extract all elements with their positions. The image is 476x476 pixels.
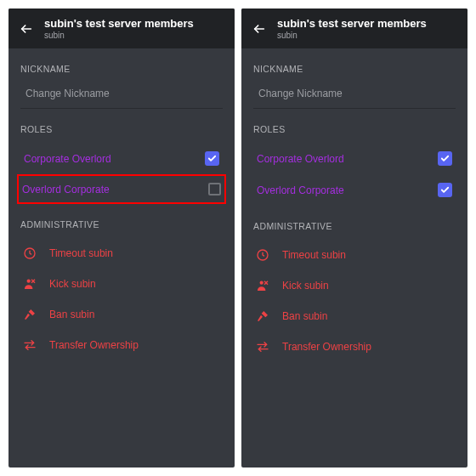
- section-nickname: NICKNAME: [253, 64, 456, 74]
- admin-ban[interactable]: Ban subin: [253, 301, 456, 332]
- admin-label: Kick subin: [282, 280, 329, 292]
- back-arrow-icon[interactable]: [252, 22, 267, 36]
- admin-label: Kick subin: [49, 278, 96, 290]
- admin-timeout[interactable]: Timeout subin: [20, 238, 223, 269]
- admin-transfer[interactable]: Transfer Ownership: [253, 332, 456, 362]
- admin-label: Ban subin: [282, 310, 327, 322]
- admin-label: Timeout subin: [49, 247, 113, 259]
- role-label: Corporate Overlord: [24, 153, 111, 165]
- transfer-icon: [255, 339, 270, 354]
- role-label: Overlord Corporate: [22, 184, 110, 196]
- checkbox-checked-icon[interactable]: [438, 183, 452, 197]
- admin-kick[interactable]: Kick subin: [253, 270, 456, 301]
- header: subin's test server members subin: [241, 8, 468, 48]
- section-roles: ROLES: [20, 124, 223, 134]
- role-item[interactable]: Corporate Overlord: [253, 143, 456, 174]
- admin-label: Ban subin: [49, 309, 94, 320]
- panel-right: subin's test server members subin NICKNA…: [241, 8, 468, 468]
- section-roles: ROLES: [253, 124, 456, 134]
- checkbox-checked-icon[interactable]: [205, 151, 219, 166]
- checkbox-checked-icon[interactable]: [438, 151, 452, 166]
- admin-label: Transfer Ownership: [49, 339, 139, 351]
- back-arrow-icon[interactable]: [19, 22, 34, 36]
- admin-timeout[interactable]: Timeout subin: [253, 240, 456, 270]
- kick-icon: [255, 278, 270, 293]
- admin-kick[interactable]: Kick subin: [20, 269, 223, 299]
- role-label: Corporate Overlord: [257, 153, 344, 165]
- panel-left: subin's test server members subin NICKNA…: [8, 8, 235, 468]
- role-item[interactable]: Corporate Overlord: [20, 143, 223, 174]
- role-item[interactable]: Overlord Corporate: [253, 174, 456, 206]
- nickname-input[interactable]: Change Nickname: [20, 82, 223, 109]
- nickname-input[interactable]: Change Nickname: [253, 82, 456, 109]
- transfer-icon: [22, 337, 37, 353]
- role-label: Overlord Corporate: [257, 184, 344, 196]
- clock-icon: [22, 246, 37, 261]
- admin-ban[interactable]: Ban subin: [20, 299, 223, 330]
- kick-icon: [22, 276, 37, 292]
- page-subtitle: subin: [277, 31, 427, 40]
- checkbox-unchecked-icon[interactable]: [208, 183, 221, 196]
- page-title: subin's test server members: [44, 17, 194, 30]
- section-administrative: ADMINISTRATIVE: [20, 219, 223, 230]
- page-subtitle: subin: [44, 31, 194, 40]
- admin-label: Transfer Ownership: [282, 341, 371, 353]
- section-nickname: NICKNAME: [20, 64, 223, 74]
- page-title: subin's test server members: [277, 17, 427, 30]
- admin-transfer[interactable]: Transfer Ownership: [20, 330, 223, 360]
- hammer-icon: [22, 307, 37, 322]
- hammer-icon: [255, 309, 270, 324]
- svg-point-9: [260, 281, 264, 285]
- header: subin's test server members subin: [8, 8, 235, 48]
- clock-icon: [255, 247, 270, 263]
- admin-label: Timeout subin: [282, 249, 346, 261]
- role-item-highlighted[interactable]: Overlord Corporate: [17, 174, 226, 204]
- svg-point-2: [27, 280, 31, 283]
- section-administrative: ADMINISTRATIVE: [253, 221, 456, 231]
